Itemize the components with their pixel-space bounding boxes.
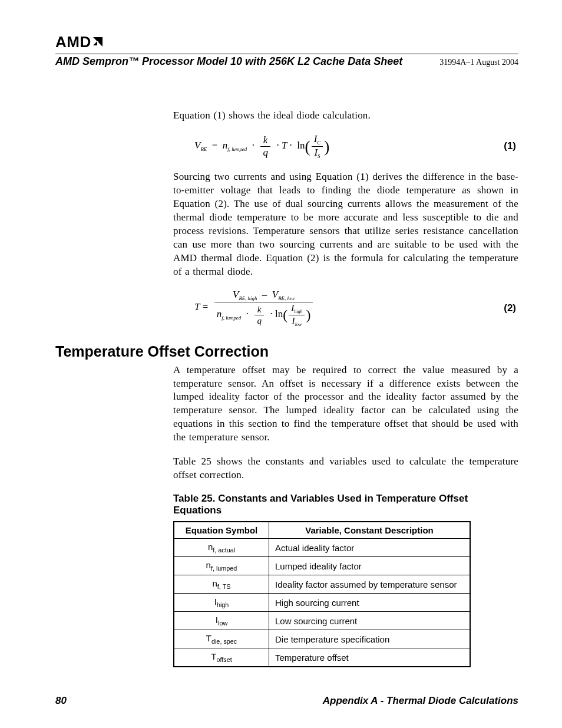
description-cell: Ideality factor assumed by temperature s… bbox=[269, 575, 471, 594]
paragraph-2: Sourcing two currents and using Equation… bbox=[173, 170, 518, 279]
description-cell: Actual ideality factor bbox=[269, 539, 471, 557]
table-header-row: Equation Symbol Variable, Constant Descr… bbox=[174, 522, 470, 539]
paragraph-4: Table 25 shows the constants and variabl… bbox=[173, 455, 518, 482]
symbol-cell: Toffset bbox=[174, 648, 269, 667]
symbol-cell: nf, TS bbox=[174, 575, 269, 594]
table-row: Tdie, specDie temperature specification bbox=[174, 630, 470, 648]
doc-revision: 31994A–1 August 2004 bbox=[439, 58, 518, 67]
equation-2-number: (2) bbox=[504, 302, 518, 314]
description-cell: Temperature offset bbox=[269, 648, 471, 667]
table-25: Equation Symbol Variable, Constant Descr… bbox=[173, 521, 471, 667]
page-footer: 80 Appendix A - Thermal Diode Calculatio… bbox=[55, 695, 518, 707]
appendix-label: Appendix A - Thermal Diode Calculations bbox=[323, 695, 518, 707]
table-row: nf, lumpedLumped ideality factor bbox=[174, 557, 470, 575]
symbol-cell: nf, actual bbox=[174, 539, 269, 557]
header-rule bbox=[55, 54, 518, 54]
symbol-cell: nf, lumped bbox=[174, 557, 269, 575]
symbol-cell: Ilow bbox=[174, 612, 269, 630]
table-row: IlowLow sourcing current bbox=[174, 612, 470, 630]
header-row: AMD Sempron™ Processor Model 10 with 256… bbox=[55, 55, 518, 68]
doc-title: AMD Sempron™ Processor Model 10 with 256… bbox=[55, 55, 402, 68]
amd-arrow-icon bbox=[91, 35, 104, 48]
table-row: IhighHigh sourcing current bbox=[174, 594, 470, 612]
equation-2: T = VBE, high – VBE, low nf, lumped · kq… bbox=[173, 289, 314, 327]
description-cell: High sourcing current bbox=[269, 594, 471, 612]
table-row: nf, TSIdeality factor assumed by tempera… bbox=[174, 575, 470, 594]
brand-logo: AMD bbox=[55, 33, 518, 51]
page-number: 80 bbox=[55, 695, 67, 707]
table-row: ToffsetTemperature offset bbox=[174, 648, 470, 667]
table-25-caption: Table 25. Constants and Variables Used i… bbox=[173, 493, 518, 516]
body-column: Equation (1) shows the ideal diode calcu… bbox=[173, 109, 518, 328]
equation-1: VBE = nf, lumped · kq · T · ln( IC IS ) bbox=[173, 133, 329, 160]
equation-1-block: VBE = nf, lumped · kq · T · ln( IC IS ) … bbox=[173, 133, 518, 160]
paragraph-3: A temperature offset may be required to … bbox=[173, 364, 518, 445]
equation-1-number: (1) bbox=[504, 140, 518, 152]
brand-text: AMD bbox=[55, 33, 91, 51]
section-heading: Temperature Offset Correction bbox=[55, 343, 518, 360]
table-col-desc: Variable, Constant Description bbox=[269, 522, 471, 539]
symbol-cell: Ihigh bbox=[174, 594, 269, 612]
table-col-symbol: Equation Symbol bbox=[174, 522, 269, 539]
intro-paragraph: Equation (1) shows the ideal diode calcu… bbox=[173, 109, 518, 123]
equation-2-block: T = VBE, high – VBE, low nf, lumped · kq… bbox=[173, 289, 518, 327]
symbol-cell: Tdie, spec bbox=[174, 630, 269, 648]
description-cell: Lumped ideality factor bbox=[269, 557, 471, 575]
description-cell: Die temperature specification bbox=[269, 630, 471, 648]
description-cell: Low sourcing current bbox=[269, 612, 471, 630]
table-row: nf, actualActual ideality factor bbox=[174, 539, 470, 557]
